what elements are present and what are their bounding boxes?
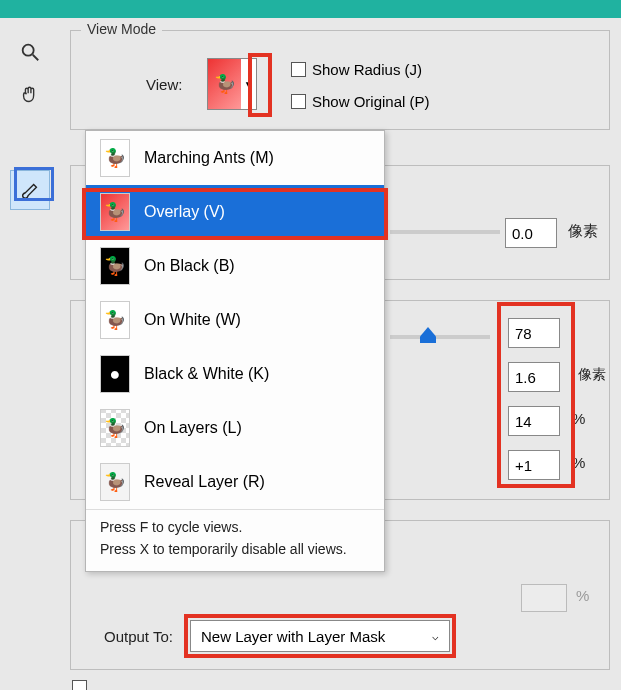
dropdown-item-label: Black & White (K): [144, 365, 269, 383]
show-original-label: Show Original (P): [312, 93, 430, 110]
output-to-value: New Layer with Layer Mask: [201, 628, 385, 645]
value-field-1[interactable]: 78: [508, 318, 560, 348]
magnifier-icon: [19, 41, 41, 63]
slider-track-0[interactable]: [390, 230, 500, 234]
value-field-3[interactable]: 14: [508, 406, 560, 436]
svg-line-1: [33, 55, 39, 61]
value-field-0[interactable]: 0.0: [505, 218, 557, 248]
tool-column: [10, 32, 54, 214]
dropdown-item-label: On Layers (L): [144, 419, 242, 437]
slider-track-1[interactable]: [390, 335, 490, 339]
chevron-down-icon: ⌵: [432, 630, 439, 643]
view-option-on-layers[interactable]: 🦆 On Layers (L): [86, 401, 384, 455]
checkbox-icon: [72, 680, 87, 690]
unit-0: 像素: [568, 222, 598, 241]
svg-point-0: [23, 45, 34, 56]
view-option-marching-ants[interactable]: 🦆 Marching Ants (M): [86, 131, 384, 185]
view-label: View:: [146, 76, 182, 93]
title-bar: [0, 0, 621, 18]
view-option-reveal-layer[interactable]: 🦆 Reveal Layer (R): [86, 455, 384, 509]
hand-icon: [19, 85, 41, 107]
dropdown-item-label: Reveal Layer (R): [144, 473, 265, 491]
view-option-on-black[interactable]: 🦆 On Black (B): [86, 239, 384, 293]
unit-3: %: [572, 410, 585, 427]
view-option-black-white[interactable]: ● Black & White (K): [86, 347, 384, 401]
checkbox-icon: [291, 62, 306, 77]
view-option-overlay[interactable]: 🦆 Overlay (V): [86, 185, 384, 239]
bottom-checkbox[interactable]: [72, 680, 87, 690]
dropdown-item-label: On Black (B): [144, 257, 235, 275]
brush-icon: [19, 179, 41, 201]
viewmode-fieldset: View Mode View: 🦆 ▼ Show Radius (J) Show…: [70, 30, 610, 130]
dropdown-item-label: On White (W): [144, 311, 241, 329]
hand-tool-button[interactable]: [10, 76, 50, 116]
unit-2: 像素: [578, 366, 606, 384]
value-field-4[interactable]: +1: [508, 450, 560, 480]
value-field-2[interactable]: 1.6: [508, 362, 560, 392]
output-to-label: Output To:: [104, 628, 173, 645]
output-to-select[interactable]: New Layer with Layer Mask ⌵: [190, 620, 450, 652]
unit-4: %: [572, 454, 585, 471]
dropdown-item-label: Marching Ants (M): [144, 149, 274, 167]
view-option-on-white[interactable]: 🦆 On White (W): [86, 293, 384, 347]
viewmode-legend: View Mode: [81, 21, 162, 37]
view-preview-button[interactable]: 🦆 ▼: [207, 58, 257, 110]
show-radius-label: Show Radius (J): [312, 61, 422, 78]
value-field-5: [521, 584, 567, 612]
view-dropdown: 🦆 Marching Ants (M) 🦆 Overlay (V) 🦆 On B…: [85, 130, 385, 572]
brush-tool-button[interactable]: [10, 170, 50, 210]
checkbox-icon: [291, 94, 306, 109]
unit-5: %: [576, 587, 589, 604]
dropdown-hint: Press F to cycle views. Press X to tempo…: [86, 510, 384, 571]
show-radius-checkbox[interactable]: Show Radius (J): [291, 61, 422, 78]
show-original-checkbox[interactable]: Show Original (P): [291, 93, 430, 110]
zoom-tool-button[interactable]: [10, 32, 50, 72]
dropdown-item-label: Overlay (V): [144, 203, 225, 221]
